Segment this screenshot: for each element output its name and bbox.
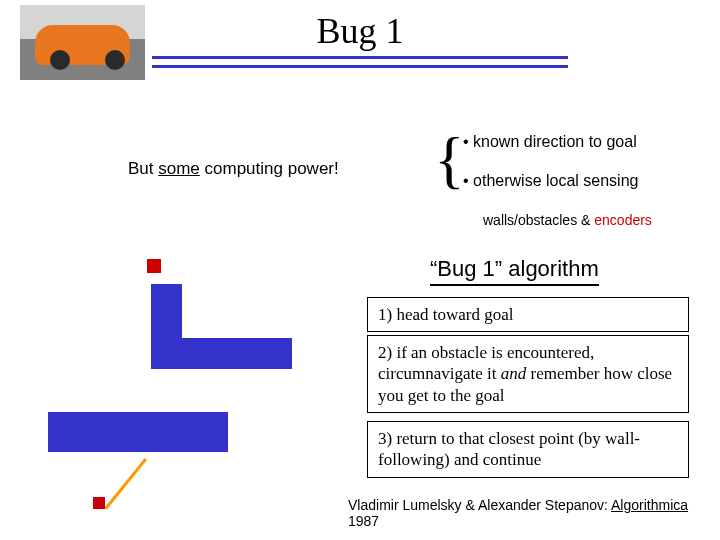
walls-text: walls/obstacles & (483, 212, 594, 228)
car-wheel-front (105, 50, 125, 70)
cite-year: 1987 (348, 513, 379, 529)
walls-encoders-line: walls/obstacles & encoders (483, 212, 652, 228)
bullet-local-sensing: • otherwise local sensing (463, 172, 638, 190)
car-wheel-rear (50, 50, 70, 70)
bug-diagram (0, 250, 360, 510)
subtitle: But some computing power! (128, 159, 339, 179)
algorithm-step-2: 2) if an obstacle is encountered, circum… (367, 335, 689, 413)
encoders-text: encoders (594, 212, 652, 228)
algorithm-step-3: 3) return to that closest point (by wall… (367, 421, 689, 478)
obstacle-l-vertical (151, 284, 182, 369)
citation: Vladimir Lumelsky & Alexander Stepanov: … (348, 497, 720, 529)
algorithm-step-1: 1) head toward goal (367, 297, 689, 332)
step2-italic: and (501, 364, 527, 383)
subtitle-post: computing power! (200, 159, 339, 178)
obstacle-rect (48, 412, 228, 452)
brace-icon: { (434, 128, 465, 192)
bullet-known-direction: • known direction to goal (463, 133, 637, 151)
slide-title: Bug 1 (0, 10, 720, 52)
cite-authors: Vladimir Lumelsky & Alexander Stepanov: (348, 497, 611, 513)
cite-journal: Algorithmica (611, 497, 688, 513)
obstacle-l-horizontal (182, 338, 292, 369)
algorithm-title: “Bug 1” algorithm (430, 256, 599, 286)
start-marker (93, 497, 105, 509)
title-underline (152, 56, 568, 68)
path-segment (104, 458, 147, 510)
subtitle-pre: But (128, 159, 158, 178)
subtitle-underlined: some (158, 159, 200, 178)
goal-marker (147, 259, 161, 273)
